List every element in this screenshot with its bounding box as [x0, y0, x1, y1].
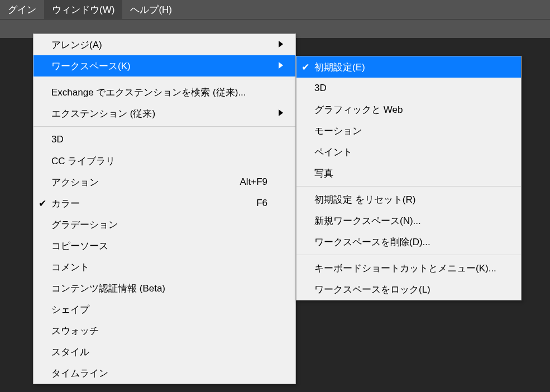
workspace-reset[interactable]: 初期設定 をリセット(R) — [296, 189, 521, 210]
menuitem-label: Exchange でエクステンションを検索 (従来)... — [51, 86, 267, 99]
menuitem-clone-source[interactable]: コピーソース — [34, 235, 295, 256]
menuitem-extensions[interactable]: エクステンション (従来) — [34, 103, 295, 124]
dropdown-window: アレンジ(A) ワークスペース(K) Exchange でエクステンションを検索… — [33, 34, 296, 384]
menuitem-swatches[interactable]: スウォッチ — [34, 320, 295, 341]
menuitem-exchange-search[interactable]: Exchange でエクステンションを検索 (従来)... — [34, 82, 295, 103]
menu-plugin[interactable]: グイン — [0, 0, 44, 19]
menubar: グイン ウィンドウ(W) ヘルプ(H) — [0, 0, 550, 19]
menuitem-actions[interactable]: アクション Alt+F9 — [34, 171, 295, 193]
submenu-arrow-icon — [273, 60, 283, 71]
menuitem-label: 初期設定(E) — [314, 61, 509, 74]
menuitem-color[interactable]: ✔ カラー F6 — [34, 193, 295, 214]
menuitem-cc-libraries[interactable]: CC ライブラリ — [34, 150, 295, 171]
menuitem-gradient[interactable]: グラデーション — [34, 214, 295, 235]
menuitem-timeline[interactable]: タイムライン — [34, 362, 295, 384]
dropdown-workspace: ✔ 初期設定(E) 3D グラフィックと Web モーション ペイント 写真 初… — [296, 56, 522, 300]
menuitem-label: モーション — [314, 125, 509, 137]
menu-separator — [34, 79, 295, 79]
menu-window[interactable]: ウィンドウ(W) — [44, 0, 122, 19]
menuitem-label: グラフィックと Web — [314, 103, 509, 116]
menuitem-styles[interactable]: スタイル — [34, 341, 295, 362]
menuitem-label: コピーソース — [51, 240, 267, 252]
menuitem-label: スウォッチ — [51, 324, 267, 337]
workspace-3d[interactable]: 3D — [296, 78, 521, 99]
menuitem-3d[interactable]: 3D — [34, 129, 295, 150]
menuitem-label: 3D — [314, 83, 509, 94]
checkmark-icon: ✔ — [296, 61, 314, 73]
workspace-painting[interactable]: ペイント — [296, 141, 521, 162]
menuitem-arrange[interactable]: アレンジ(A) — [34, 34, 295, 55]
menuitem-shapes[interactable]: シェイプ — [34, 299, 295, 320]
menu-label: ウィンドウ(W) — [52, 3, 114, 16]
menuitem-comments[interactable]: コメント — [34, 256, 295, 278]
submenu-arrow-icon — [273, 39, 283, 50]
menuitem-label: 写真 — [314, 167, 509, 180]
menuitem-content-credentials[interactable]: コンテンツ認証情報 (Beta) — [34, 278, 295, 299]
menu-help[interactable]: ヘルプ(H) — [122, 0, 180, 19]
checkmark-icon: ✔ — [34, 198, 51, 209]
workspace-default[interactable]: ✔ 初期設定(E) — [296, 56, 521, 78]
menuitem-label: シェイプ — [51, 303, 267, 316]
menuitem-shortcut: Alt+F9 — [240, 176, 267, 188]
menuitem-label: カラー — [51, 197, 243, 210]
menuitem-workspace[interactable]: ワークスペース(K) — [34, 55, 295, 77]
menuitem-label: アレンジ(A) — [51, 39, 267, 51]
menuitem-label: 初期設定 をリセット(R) — [314, 193, 509, 206]
menu-separator — [296, 186, 521, 187]
workspace-motion[interactable]: モーション — [296, 120, 521, 141]
menuitem-label: 3D — [51, 134, 267, 145]
workspace-delete[interactable]: ワークスペースを削除(D)... — [296, 231, 521, 252]
menuitem-shortcut: F6 — [256, 198, 267, 209]
menu-label: ヘルプ(H) — [130, 3, 172, 16]
menuitem-label: CC ライブラリ — [51, 155, 267, 168]
menuitem-label: ワークスペースをロック(L) — [314, 283, 509, 296]
menuitem-label: エクステンション (従来) — [51, 107, 267, 120]
submenu-arrow-icon — [273, 108, 283, 119]
workspace-shortcuts-menus[interactable]: キーボードショートカットとメニュー(K)... — [296, 257, 521, 279]
menuitem-label: アクション — [51, 176, 226, 189]
menuitem-label: スタイル — [51, 346, 267, 358]
menuitem-label: 新規ワークスペース(N)... — [314, 214, 509, 227]
menu-separator — [296, 255, 521, 255]
menuitem-label: ワークスペースを削除(D)... — [314, 236, 509, 248]
workspace-lock[interactable]: ワークスペースをロック(L) — [296, 279, 521, 300]
menu-separator — [34, 126, 295, 127]
menu-label: グイン — [8, 3, 36, 16]
menuitem-label: ペイント — [314, 146, 509, 159]
workspace-graphic-web[interactable]: グラフィックと Web — [296, 99, 521, 120]
menuitem-label: タイムライン — [51, 367, 267, 380]
menuitem-label: ワークスペース(K) — [51, 60, 267, 73]
menuitem-label: グラデーション — [51, 218, 267, 231]
workspace-new[interactable]: 新規ワークスペース(N)... — [296, 210, 521, 231]
menuitem-label: コメント — [51, 261, 267, 274]
menuitem-label: キーボードショートカットとメニュー(K)... — [314, 262, 509, 275]
workspace-photography[interactable]: 写真 — [296, 162, 521, 184]
menuitem-label: コンテンツ認証情報 (Beta) — [51, 282, 267, 295]
